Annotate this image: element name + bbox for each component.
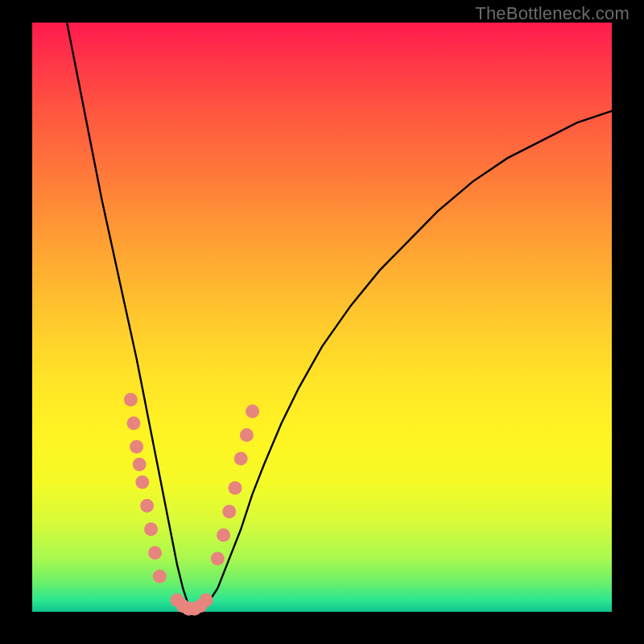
data-point — [153, 570, 167, 584]
chart-frame: TheBottleneck.com — [0, 0, 644, 644]
data-point — [200, 593, 213, 607]
plot-area — [32, 23, 612, 612]
curve-svg — [32, 23, 612, 612]
data-point — [234, 452, 248, 465]
data-point — [217, 528, 230, 542]
scatter-dots — [124, 393, 259, 616]
data-point — [246, 405, 259, 419]
data-point — [127, 416, 141, 430]
data-point — [148, 546, 162, 559]
data-point — [211, 552, 225, 566]
data-point — [135, 476, 149, 489]
data-point — [124, 393, 138, 407]
data-point — [133, 458, 147, 472]
data-point — [130, 440, 143, 454]
data-point — [229, 481, 242, 495]
data-point — [240, 428, 254, 442]
data-point — [144, 522, 158, 536]
data-point — [222, 505, 236, 518]
data-point — [140, 499, 154, 513]
watermark-text: TheBottleneck.com — [475, 3, 630, 24]
